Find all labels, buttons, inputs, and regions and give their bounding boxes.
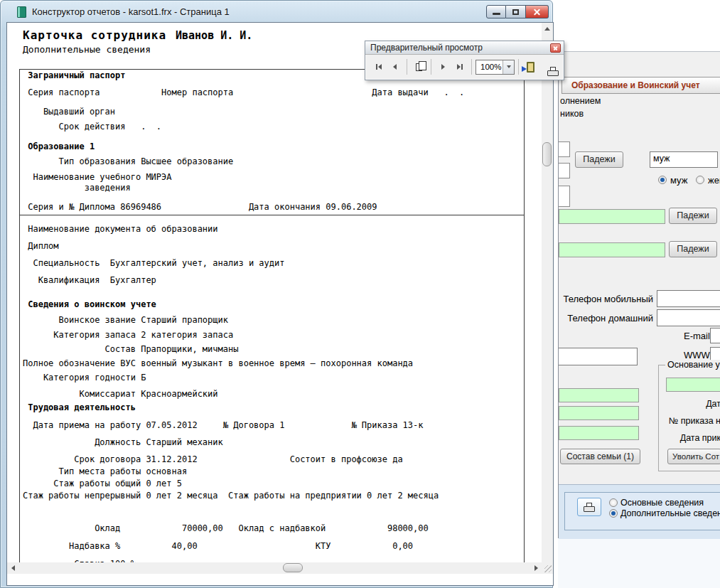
clipped-input-1[interactable]: [559, 141, 570, 157]
pages-icon: [416, 63, 422, 71]
print-options-strip: Основные сведения Дополнительные сведени…: [559, 484, 720, 539]
chevron-down-icon: [507, 65, 511, 68]
report-line: Воинское звание Старший прапорщик: [23, 315, 228, 325]
next-page-button[interactable]: [435, 58, 451, 75]
report-line: Тип образования Высшее образование: [23, 156, 233, 166]
patronymic-field[interactable]: [559, 242, 665, 257]
report-line: Специальность Бухгалтерский учет, анализ…: [23, 258, 284, 268]
pages-button[interactable]: [411, 58, 427, 75]
report-line: Оклад 70000,00 Оклад с надбавкой 98000,0…: [23, 523, 429, 533]
gender-input[interactable]: муж: [650, 151, 718, 168]
phone-home-input[interactable]: [657, 309, 720, 326]
gender-male-label: муж: [670, 175, 687, 186]
clipped-text-1: олнением: [560, 96, 601, 106]
gender-female-radio[interactable]: [696, 176, 704, 184]
green-field-3[interactable]: [559, 426, 639, 440]
first-page-button[interactable]: [370, 58, 387, 75]
scroll-right-icon[interactable]: [530, 562, 542, 574]
close-preview-button[interactable]: [522, 58, 539, 75]
printer-icon: [584, 503, 595, 512]
cases-button-name[interactable]: Падежи: [575, 151, 623, 168]
gender-male-radio[interactable]: [658, 176, 667, 184]
report-line: Диплом: [23, 241, 59, 251]
print-options-panel: Основные сведения Дополнительные сведени…: [564, 492, 720, 530]
gender-female-label: жен: [708, 175, 720, 186]
address-input[interactable]: [559, 348, 638, 365]
scroll-up-icon[interactable]: [542, 23, 553, 34]
report-line: Наименование документа об образовании: [23, 224, 218, 234]
print-button[interactable]: [539, 58, 555, 75]
report-app-icon: [17, 6, 26, 18]
report-line: Состав Прапорщики, мичманы: [23, 344, 238, 354]
close-button[interactable]: [526, 5, 549, 18]
employee-card-window: Образование и Воинский учет олнением ник…: [558, 51, 720, 538]
report-line: Категория запаса 2 категория запаса: [23, 330, 233, 340]
additional-info-radio[interactable]: [609, 509, 618, 518]
report-section-separator: [19, 215, 525, 215]
preview-toolbar-window: Предварительный просмотр 100%: [365, 41, 564, 80]
phone-home-label: Телефон домашний: [559, 313, 653, 324]
zoom-dropdown-button[interactable]: [503, 60, 514, 74]
preview-toolbar-buttons: 100%: [365, 55, 564, 79]
toolbar-separator: [471, 59, 472, 75]
report-employee-name: Иванов И. И.: [176, 29, 252, 42]
green-field-1[interactable]: [559, 388, 639, 402]
family-structure-button[interactable]: Состав семьи (1): [560, 449, 640, 464]
zoom-value: 100%: [480, 63, 501, 71]
first-page-icon: [376, 64, 377, 70]
title-bar[interactable]: Конструктор отчетов - karsot1.frx - Стра…: [1, 1, 552, 22]
minimize-button[interactable]: [486, 5, 506, 18]
report-line: Образование 1: [23, 141, 95, 151]
dismissal-date-label: Дат: [665, 399, 720, 409]
scroll-left-icon[interactable]: [7, 562, 18, 574]
vertical-scrollbar[interactable]: [542, 23, 553, 574]
clipped-input-2[interactable]: [559, 163, 570, 178]
phone-mobile-input[interactable]: [657, 290, 720, 307]
report-designer-window: Конструктор отчетов - karsot1.frx - Стра…: [0, 0, 553, 588]
dismissal-reason-field[interactable]: [666, 378, 720, 392]
preview-close-button[interactable]: [550, 43, 561, 53]
report-line: Полное обозначение ВУС военный музыкант …: [23, 358, 413, 368]
tab-education-military[interactable]: Образование и Воинский учет: [562, 77, 720, 94]
maximize-button[interactable]: [506, 5, 526, 18]
dismissal-order-date-label: Дата прик: [665, 433, 720, 443]
prev-page-button[interactable]: [387, 58, 403, 75]
report-line: Наименование учебного МИРЭА: [23, 172, 172, 182]
report-frame-right: [524, 69, 525, 574]
report-line: Должность Старший механик: [23, 437, 223, 447]
report-line: Комиссариат Красноармейский: [23, 389, 218, 399]
report-frame-left: [19, 69, 20, 574]
maximize-icon: [512, 9, 519, 15]
report-preview-area: Карточка сотрудника Иванов И. И. Дополни…: [7, 23, 553, 585]
basic-info-radio[interactable]: [609, 498, 618, 507]
exit-door-icon: [527, 62, 534, 73]
report-line: Категория годности Б: [23, 373, 146, 383]
minimize-icon: [493, 13, 500, 15]
next-page-icon: [441, 64, 445, 70]
cases-button-surname[interactable]: Падежи: [669, 208, 717, 224]
last-page-icon: [457, 64, 461, 70]
zoom-select[interactable]: 100%: [475, 60, 515, 75]
vertical-scroll-thumb[interactable]: [542, 142, 552, 166]
horizontal-scroll-thumb[interactable]: [283, 563, 303, 572]
report-line: Срок действия . .: [23, 122, 161, 132]
preview-toolbar-titlebar[interactable]: Предварительный просмотр: [365, 41, 564, 55]
surname-field[interactable]: [559, 209, 665, 224]
clipped-input-3[interactable]: [559, 186, 570, 207]
report-line: Срок договора 31.12.2012 Состоит в профс…: [23, 454, 403, 464]
basic-info-label: Основные сведения: [620, 498, 704, 508]
dismiss-employee-button[interactable]: Уволить Сот: [667, 449, 720, 464]
last-page-button[interactable]: [451, 58, 468, 75]
report-line: Стаж работы непрерывный 0 лет 2 месяца С…: [23, 491, 439, 501]
print-card-button[interactable]: [577, 498, 601, 516]
report-line: Сведения о воинском учете: [23, 299, 156, 309]
cases-button-patronymic[interactable]: Падежи: [669, 241, 717, 257]
email-input[interactable]: [710, 328, 720, 343]
report-line: Серия и № Диплома 86969486 Дата окончани…: [23, 202, 377, 212]
horizontal-scrollbar[interactable]: [7, 562, 542, 574]
report-line: Заграничный паспорт: [23, 70, 126, 80]
green-field-2[interactable]: [559, 406, 639, 420]
desktop: Образование и Воинский учет олнением ник…: [0, 0, 720, 588]
toolbar-separator: [407, 59, 407, 75]
www-label: WWW: [684, 350, 710, 360]
